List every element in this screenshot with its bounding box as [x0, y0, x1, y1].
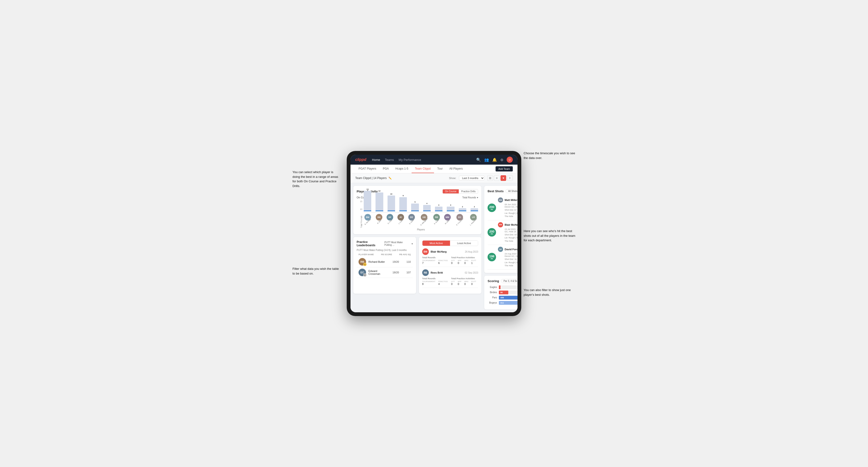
nav-link-performance[interactable]: My Performance: [399, 158, 421, 162]
bar[interactable]: [459, 208, 466, 211]
player-avatar[interactable]: JC: [398, 214, 404, 220]
total-rounds-label: Total Rounds: [422, 277, 450, 280]
putt-stat: PUTT 1: [471, 259, 476, 264]
shot-player-row: BM Blair McHarg: [498, 222, 518, 227]
grid-view-icon[interactable]: ⊞: [487, 175, 493, 181]
people-icon[interactable]: 👥: [484, 158, 489, 162]
search-icon[interactable]: 🔍: [476, 158, 481, 162]
least-active-tab[interactable]: Least Active: [450, 241, 478, 246]
bar-group: 3: [435, 204, 442, 211]
tab-team-clippd[interactable]: Team Clippd: [412, 165, 434, 173]
nav-actions: 🔍 👥 🔔 ⊕ U: [476, 157, 513, 163]
scoring-category-label: Eagles: [488, 286, 497, 288]
active-players: BM Blair McHarg 26 Aug 2023 Total Rounds…: [422, 248, 478, 288]
bar-value: 5: [414, 201, 415, 203]
bar[interactable]: [423, 205, 431, 211]
tab-pgat-players[interactable]: PGAT Players: [355, 165, 379, 173]
shot-avatar: BM: [498, 222, 503, 227]
shot-badge-label: SG: [491, 209, 493, 210]
scoring-bar-wrap: 499: [499, 296, 518, 300]
team-controls: Show: Last 3 months Last 6 months Last y…: [449, 175, 513, 181]
scoring-category-label: Bogeys: [488, 302, 497, 304]
active-player-header: RB Rees Britt 02 Sep 2023: [422, 269, 478, 276]
bar[interactable]: [411, 204, 418, 211]
bar[interactable]: [470, 208, 478, 211]
scoring-bar-value: 3: [500, 286, 501, 288]
bell-icon[interactable]: 🔔: [492, 158, 497, 162]
bar[interactable]: [399, 197, 407, 211]
gtt-stat: GTT 0: [451, 259, 455, 264]
practice-stat: Practice 6: [438, 259, 448, 264]
bar-group: 9: [399, 195, 407, 211]
shot-player-info: BM Blair McHarg 23 Jul 2023 · Ashridge G…: [498, 222, 518, 243]
best-shots-card: Best Shots All Shots ▾ All Players ▾: [484, 186, 518, 273]
app-stat: APP 0: [458, 280, 461, 285]
avatar[interactable]: U: [507, 157, 513, 163]
shot-player-detail: 09 Jun 2023 · Royal North Devon GC, Hole…: [504, 203, 518, 208]
bar[interactable]: [447, 207, 454, 211]
nav-link-home[interactable]: Home: [372, 158, 380, 162]
team-name: Team Clippd | 14 Players ✏️: [355, 177, 392, 180]
shot-entry[interactable]: 200 SG BM Blair McHarg 23 Jul 2023 · Ash…: [488, 220, 518, 245]
player-name: Richard Butler: [368, 260, 387, 263]
tablet-screen: clippd Home Teams My Performance 🔍 👥 🔔 ⊕…: [350, 155, 518, 312]
shot-player-detail: 24 Aug 2023 · Royal North Devon GC, Hole…: [504, 253, 518, 257]
bar[interactable]: [388, 195, 395, 211]
scoring-category-label: Birdies: [488, 291, 497, 294]
practice-activities-group: Total Practice Activities GTT 0 APP 0 AR…: [451, 256, 478, 264]
shot-badge-number: 200: [489, 206, 494, 209]
bar[interactable]: [435, 207, 442, 211]
annotation-right-mid: Here you can see who's hit the best shot…: [524, 229, 576, 243]
team-header: Team Clippd | 14 Players ✏️ Show: Last 3…: [350, 173, 518, 183]
player-avatar[interactable]: EE: [408, 214, 415, 220]
leaderboard-title: Practice Leaderboards: [356, 240, 384, 247]
shot-badge-number: 200: [489, 230, 494, 233]
most-active-tabs: Most Active Least Active: [422, 240, 478, 246]
player-avatar[interactable]: DF: [386, 214, 393, 220]
shot-player-name: Matt Miller: [504, 198, 517, 201]
player-avatar-item: EE E. Ebert: [408, 214, 415, 223]
rank-badge: 2: [363, 273, 367, 277]
scoring-row: Bogeys 311: [488, 301, 518, 305]
annotation-bottom-right: You can also filter to show just one pla…: [524, 288, 576, 297]
list-view-icon[interactable]: ≡: [494, 175, 500, 181]
most-active-tab[interactable]: Most Active: [423, 241, 450, 246]
shot-entry[interactable]: 200 SG MM Matt Miller 09 Jun 2023 · Roya…: [488, 195, 518, 220]
shot-badge: 200 SG: [488, 204, 496, 212]
filter-view-icon[interactable]: ⊧: [507, 175, 513, 181]
player-avatar[interactable]: BB: [376, 214, 382, 220]
pb-score: 19/20: [390, 260, 399, 263]
tab-pga[interactable]: PGA: [379, 165, 392, 173]
player-avatar-item: MM M. Miller: [444, 214, 451, 223]
shot-player-row: MM Matt Miller: [498, 197, 518, 203]
shot-detail-dist: Shot Dist: 67 yds | Start Lie: Rough | E…: [504, 209, 518, 218]
scoring-filter-pill-1[interactable]: Par 3, 4 & 5s ▾: [501, 279, 518, 283]
shot-entry[interactable]: 198 SG DF David Ford 24 Aug 2023 · Royal…: [488, 245, 518, 270]
right-column: Best Shots All Shots ▾ All Players ▾: [484, 186, 518, 309]
show-select[interactable]: Last 3 months Last 6 months Last year: [459, 176, 485, 181]
plus-circle-icon[interactable]: ⊕: [500, 158, 503, 162]
leaderboard-avatar: EC 2: [359, 269, 366, 276]
player-avatar[interactable]: MM: [444, 214, 451, 220]
add-team-button[interactable]: Add Team: [496, 166, 513, 172]
bar-group: 4: [423, 203, 431, 211]
total-rounds-group: Total Rounds Tournament 7 Practice 6: [422, 256, 450, 264]
leaderboard-row[interactable]: RB 1 Richard Butler 19/20 110: [356, 257, 413, 267]
practice-activities-group: Total Practice Activities GTT 0 APP 0 AR…: [451, 277, 478, 285]
bar-value: 2: [462, 206, 463, 208]
shots-filter-pill[interactable]: All Shots ▾: [505, 189, 518, 193]
leaderboard-row[interactable]: EC 2 Edward Crossman 18/20 107: [356, 267, 413, 278]
tab-tour[interactable]: Tour: [434, 165, 446, 173]
tab-hcaps[interactable]: Hcaps 1-5: [392, 165, 412, 173]
pb-avg: 110: [401, 260, 411, 263]
nav-link-teams[interactable]: Teams: [385, 158, 394, 162]
player-avatar-item: DF D. Ford: [386, 214, 393, 223]
bar[interactable]: [364, 191, 371, 211]
edit-icon[interactable]: ✏️: [389, 177, 392, 180]
leaderboard-filter-dropdown[interactable]: PUTT Must Make Putting ... ▾: [384, 241, 413, 246]
scoring-bar-wrap: 96: [499, 290, 518, 294]
bar[interactable]: [375, 192, 383, 211]
bar-group: 2: [459, 206, 466, 211]
tab-all-players[interactable]: All Players: [446, 165, 466, 173]
heart-view-icon[interactable]: ♥: [500, 175, 506, 181]
